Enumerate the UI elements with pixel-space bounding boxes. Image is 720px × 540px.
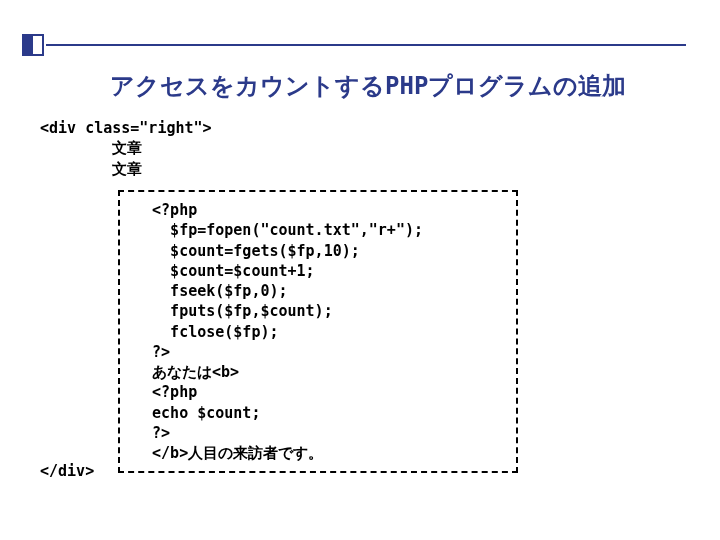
box-line-2: $fp=fopen("count.txt","r+");: [134, 221, 423, 239]
outer-code-block: <div class="right"> 文章 文章: [40, 118, 212, 179]
box-line-5: fseek($fp,0);: [134, 282, 288, 300]
box-line-10: <?php: [134, 383, 197, 401]
box-line-11: echo $count;: [134, 404, 260, 422]
slide-title: アクセスをカウントするPHPプログラムの追加: [110, 70, 626, 102]
php-code-box: <?php $fp=fopen("count.txt","r+"); $coun…: [118, 190, 518, 473]
box-line-8: ?>: [134, 343, 170, 361]
outer-line-3: 文章: [40, 160, 142, 178]
title-underline: [46, 44, 686, 46]
outer-line-2: 文章: [40, 139, 142, 157]
box-line-3: $count=fgets($fp,10);: [134, 242, 360, 260]
box-line-7: fclose($fp);: [134, 323, 279, 341]
title-bullet-fill: [22, 34, 33, 56]
outer-line-1: <div class="right">: [40, 119, 212, 137]
box-line-4: $count=$count+1;: [134, 262, 315, 280]
box-line-13: </b>人目の来訪者です。: [134, 444, 323, 462]
box-line-12: ?>: [134, 424, 170, 442]
box-line-6: fputs($fp,$count);: [134, 302, 333, 320]
box-line-1: <?php: [134, 201, 197, 219]
outer-close: </div>: [40, 462, 94, 480]
box-line-9: あなたは<b>: [134, 363, 239, 381]
